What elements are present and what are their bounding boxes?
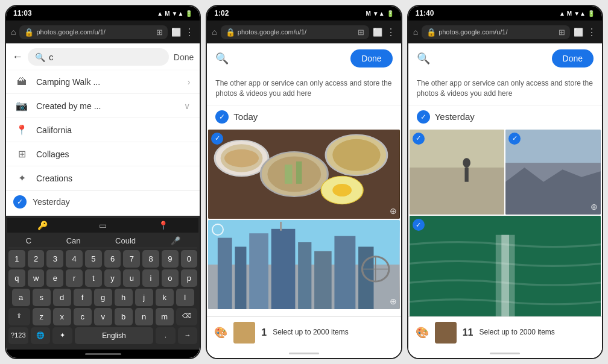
key-q[interactable]: q [8, 269, 25, 287]
home-icon[interactable]: ⌂ [11, 27, 16, 37]
key-f[interactable]: f [74, 289, 92, 306]
svg-rect-36 [410, 168, 505, 215]
key-r[interactable]: r [66, 269, 83, 287]
microphone-icon[interactable]: 🎤 [171, 236, 180, 245]
key-8[interactable]: 8 [142, 250, 159, 268]
city-photo[interactable]: ⊕ [208, 220, 399, 309]
key-3[interactable]: 3 [46, 250, 63, 268]
key-u[interactable]: u [123, 269, 140, 287]
menu-icon[interactable]: ⋮ [185, 27, 195, 38]
key-2[interactable]: 2 [28, 250, 45, 268]
spacebar[interactable]: English [75, 327, 153, 344]
key-6[interactable]: 6 [104, 250, 121, 268]
key-y[interactable]: y [104, 269, 121, 287]
menu-icon-2[interactable]: ⋮ [386, 27, 396, 38]
url-bar-inner-2[interactable]: 🔒 photos.google.com/u/1/ ⊞ [221, 25, 369, 39]
key-m[interactable]: m [156, 308, 174, 325]
symbols-key[interactable]: ?123 [8, 327, 28, 344]
home-icon-3[interactable]: ⌂ [413, 27, 418, 37]
backspace-key[interactable]: ⌫ [176, 308, 198, 325]
layout-icon[interactable]: ▭ [99, 221, 107, 230]
search-button-3[interactable]: 🔍 [417, 52, 430, 65]
key-s[interactable]: s [33, 289, 51, 306]
key-7[interactable]: 7 [123, 250, 140, 268]
search-box[interactable]: 🔍 c [28, 48, 169, 66]
key-v[interactable]: v [94, 308, 112, 325]
key-h[interactable]: h [115, 289, 133, 306]
translate-icon-3[interactable]: ⊞ [559, 28, 565, 37]
autocomplete-item-created[interactable]: 📷 Created by me ... ∨ [6, 94, 200, 118]
key-o[interactable]: o [162, 269, 179, 287]
key-9[interactable]: 9 [162, 250, 179, 268]
yesterday-label: Yesterday [33, 197, 70, 207]
zoom-icon-food[interactable]: ⊕ [390, 206, 397, 216]
key-l[interactable]: l [176, 289, 194, 306]
p3-aerial-photo[interactable]: ✓ ⊕ [410, 216, 601, 316]
p3-beach-photo[interactable]: ✓ [410, 130, 505, 215]
autocomplete-item-collages[interactable]: ⊞ Collages [6, 142, 200, 166]
location-icon: 📍 [16, 124, 28, 136]
key-c[interactable]: c [74, 308, 92, 325]
key-p[interactable]: p [181, 269, 198, 287]
pin-icon[interactable]: 📍 [158, 221, 168, 230]
suggest-can[interactable]: Can [66, 236, 81, 245]
svg-rect-26 [314, 251, 332, 309]
period-key[interactable]: . [156, 327, 176, 344]
suggest-could[interactable]: Could [115, 236, 136, 245]
done-button-3[interactable]: Done [552, 49, 594, 67]
key-x[interactable]: x [53, 308, 71, 325]
tab-icon-3[interactable]: ⬜ [574, 28, 583, 37]
status-icons-1: ▲ M ▼▲ 🔋 [157, 10, 192, 17]
translate-icon-2[interactable]: ⊞ [358, 28, 364, 37]
autocomplete-item-camping[interactable]: 🏔 Camping Walk ... › [6, 71, 200, 94]
key-d[interactable]: d [53, 289, 71, 306]
select-check-p3-rocks[interactable]: ✓ [508, 133, 521, 145]
key-i[interactable]: i [142, 269, 159, 287]
p3-rocks-photo[interactable]: ✓ ⊕ [505, 130, 601, 215]
key-j[interactable]: j [135, 289, 153, 306]
key-w[interactable]: w [28, 269, 45, 287]
url-text-1: photos.google.com/u/1/ [36, 28, 154, 36]
zoom-icon-city[interactable]: ⊕ [390, 297, 397, 306]
menu-icon-3[interactable]: ⋮ [587, 27, 597, 38]
select-check-food[interactable]: ✓ [211, 133, 223, 145]
done-button-2[interactable]: Done [350, 49, 392, 67]
food-photo[interactable]: ✓ ⊕ [208, 130, 399, 219]
url-bar-inner-1[interactable]: 🔒 photos.google.com/u/1/ ⊞ [19, 25, 168, 39]
key-1[interactable]: 1 [8, 250, 25, 268]
key-icon[interactable]: 🔑 [37, 221, 48, 230]
translate-icon[interactable]: ⊞ [156, 28, 163, 37]
globe-key[interactable]: 🌐 [31, 327, 51, 344]
key-5[interactable]: 5 [85, 250, 102, 268]
key-g[interactable]: g [94, 289, 112, 306]
key-e[interactable]: e [46, 269, 63, 287]
select-circle-city[interactable] [212, 224, 224, 236]
emoji-key[interactable]: ✦ [52, 327, 72, 344]
tab-icon-2[interactable]: ⬜ [373, 28, 382, 37]
phone2-content: 🔍 Done The other app or service can only… [207, 43, 401, 358]
key-4[interactable]: 4 [66, 250, 83, 268]
autocomplete-item-california[interactable]: 📍 California [6, 118, 200, 142]
tab-icon[interactable]: ⬜ [171, 28, 181, 37]
enter-key[interactable]: → [178, 327, 198, 344]
key-0[interactable]: 0 [181, 250, 198, 268]
key-n[interactable]: n [135, 308, 153, 325]
svg-rect-21 [218, 237, 232, 309]
key-k[interactable]: k [156, 289, 174, 306]
done-button-1[interactable]: Done [174, 52, 194, 62]
url-bar-inner-3[interactable]: 🔒 photos.google.com/u/1/ ⊞ [422, 25, 570, 39]
zoom-icon-rocks[interactable]: ⊕ [591, 202, 598, 212]
home-icon-2[interactable]: ⌂ [212, 27, 217, 37]
search-input[interactable]: c [49, 52, 162, 62]
autocomplete-item-creations[interactable]: ✦ Creations [6, 166, 200, 190]
key-z[interactable]: z [33, 308, 51, 325]
key-t[interactable]: t [85, 269, 102, 287]
key-b[interactable]: b [115, 308, 133, 325]
lock-icon-3: 🔒 [426, 28, 436, 37]
suggest-c[interactable]: C [26, 236, 31, 245]
select-check-p3-beach[interactable]: ✓ [413, 133, 425, 145]
back-arrow[interactable]: ← [12, 51, 23, 63]
search-button-2[interactable]: 🔍 [215, 52, 229, 65]
key-a[interactable]: a [12, 289, 30, 306]
shift-key[interactable]: ⇧ [8, 308, 30, 325]
